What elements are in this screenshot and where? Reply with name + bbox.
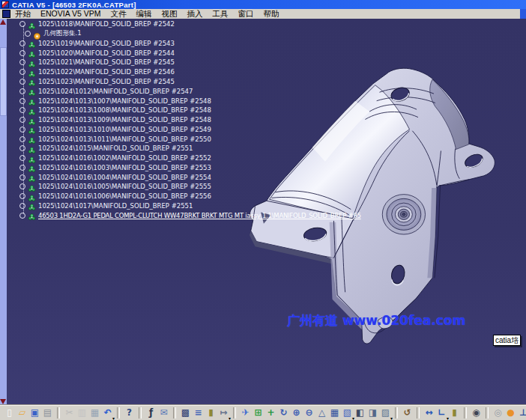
viewport-3d[interactable]: 1025\1018\MANIFOLD_SOLID_BREP #2542几何图形集… <box>0 19 526 405</box>
tree-item[interactable]: 1025\1024\1016\1005\MANIFOLD_SOLID_BREP … <box>7 182 361 192</box>
axis-system-icon[interactable]: ⊥ <box>518 407 526 419</box>
structure-tree-icon[interactable]: ≡ <box>193 407 204 419</box>
tree-item-label[interactable]: 1025\1024\1017\MANIFOLD_SOLID_BREP #2551 <box>38 202 193 210</box>
tree-item-label[interactable]: 1025\1019\MANIFOLD_SOLID_BREP #2543 <box>38 40 175 47</box>
print-icon[interactable]: ▤ <box>42 407 53 419</box>
tree-item[interactable]: 1025\1024\1013\1007\MANIFOLD_SOLID_BREP … <box>7 96 361 106</box>
tree-node-circle[interactable] <box>19 98 25 104</box>
tree-node-circle[interactable] <box>19 107 25 113</box>
tree-node-circle[interactable] <box>19 21 25 27</box>
menu-item-4[interactable]: 视图 <box>162 9 178 19</box>
shaded-edges-icon[interactable]: ◨ <box>367 407 378 419</box>
tree-node-circle[interactable] <box>25 31 31 37</box>
tree-item[interactable]: 1025\1024\1012\MANIFOLD_SOLID_BREP #2547 <box>7 86 361 96</box>
tree-item[interactable]: 几何图形集.1 <box>7 29 361 39</box>
apply-material-icon[interactable]: ↦▾ <box>218 407 229 419</box>
rotate-icon[interactable]: ↻ <box>278 407 289 419</box>
dropdown-arrow-icon[interactable]: ▾ <box>229 416 231 420</box>
tree-node-circle[interactable] <box>19 79 25 85</box>
undo-icon[interactable]: ↶▾ <box>102 407 113 419</box>
zoom-out-icon[interactable]: ⊖ <box>303 407 315 419</box>
tree-item[interactable]: 1025\1024\1016\1004\MANIFOLD_SOLID_BREP … <box>7 172 361 182</box>
tree-item-label[interactable]: 1025\1024\1016\1002\MANIFOLD_SOLID_BREP … <box>38 154 211 162</box>
tree-item-label[interactable]: 1025\1024\1016\1006\MANIFOLD_SOLID_BREP … <box>38 192 211 200</box>
tree-item-label[interactable]: 1025\1021\MANIFOLD_SOLID_BREP #2545 <box>38 58 175 66</box>
tree-item[interactable]: 1025\1020\MANIFOLD_SOLID_BREP #2544 <box>7 48 361 58</box>
measure-lock-icon[interactable]: ▮ <box>449 407 460 419</box>
compass-icon[interactable]: ◎ <box>492 407 504 419</box>
new-document-icon[interactable]: ▯ <box>4 407 15 419</box>
tree-item-label[interactable]: 几何图形集.1 <box>43 29 82 38</box>
tree-scrollbar[interactable] <box>0 19 7 405</box>
tree-node-circle[interactable] <box>19 155 25 161</box>
tree-item-label[interactable]: 1025\1024\1013\1009\MANIFOLD_SOLID_BREP … <box>38 116 211 124</box>
turntable-icon[interactable]: ↺ <box>402 407 413 419</box>
tree-node-circle[interactable] <box>19 59 25 65</box>
tree-item-label[interactable]: 1025\1023\MANIFOLD_SOLID_BREP #2545 <box>38 78 175 85</box>
tree-node-circle[interactable] <box>19 183 25 189</box>
menu-item-8[interactable]: 帮助 <box>264 9 279 19</box>
tree-node-circle[interactable] <box>19 127 25 133</box>
tree-node-circle[interactable] <box>19 136 25 142</box>
copy-icon[interactable]: ▥ <box>76 407 88 419</box>
scroll-down-arrow[interactable] <box>0 399 6 404</box>
tree-item[interactable]: 1025\1021\MANIFOLD_SOLID_BREP #2545 <box>7 58 361 67</box>
render-icon[interactable]: ◉ <box>471 407 482 419</box>
open-folder-icon[interactable]: ▱ <box>16 407 28 419</box>
tree-item[interactable]: 46503 1HD2A-G1 PEDAL COMPL-CLUTCH WW47BR… <box>7 210 361 220</box>
menu-item-0[interactable]: 开始 <box>15 9 31 19</box>
tree-node-circle[interactable] <box>19 117 25 123</box>
tree-item-label[interactable]: 46503 1HD2A-G1 PEDAL COMPL-CLUTCH WW47BR… <box>38 212 361 219</box>
tree-node-circle[interactable] <box>19 40 25 46</box>
tree-item[interactable]: 1025\1024\1013\1010\MANIFOLD_SOLID_BREP … <box>7 124 361 134</box>
view-mode-icon[interactable]: ▨▾ <box>380 407 391 419</box>
tree-node-circle[interactable] <box>19 174 25 180</box>
tree-node-circle[interactable] <box>19 203 25 209</box>
tree-item-label[interactable]: 1025\1024\1016\1005\MANIFOLD_SOLID_BREP … <box>38 183 211 190</box>
tree-item-label[interactable]: 1025\1024\1013\1011\MANIFOLD_SOLID_BREP … <box>38 136 211 143</box>
menu-item-1[interactable]: ENOVIA V5 VPM <box>40 9 101 19</box>
iso-view-icon[interactable]: ▧▾ <box>342 407 353 419</box>
tree-item[interactable]: 1025\1019\MANIFOLD_SOLID_BREP #2543 <box>7 39 361 49</box>
shaded-view-icon[interactable]: ◧ <box>354 407 366 419</box>
tree-item[interactable]: 1025\1024\1016\1003\MANIFOLD_SOLID_BREP … <box>7 162 361 172</box>
tree-item[interactable]: 1025\1024\1017\MANIFOLD_SOLID_BREP #2551 <box>7 201 361 211</box>
tree-item-label[interactable]: 1025\1024\1015\MANIFOLD_SOLID_BREP #2551 <box>38 144 193 152</box>
tree-item-label[interactable]: 1025\1024\1016\1004\MANIFOLD_SOLID_BREP … <box>38 174 211 181</box>
tree-node-circle[interactable] <box>19 193 25 199</box>
tree-item[interactable]: 1025\1022\MANIFOLD_SOLID_BREP #2546 <box>7 67 361 77</box>
menu-item-3[interactable]: 编辑 <box>136 9 152 19</box>
tree-item[interactable]: 1025\1024\1013\1009\MANIFOLD_SOLID_BREP … <box>7 115 361 125</box>
tree-item-label[interactable]: 1025\1022\MANIFOLD_SOLID_BREP #2546 <box>38 68 175 76</box>
tree-item[interactable]: 1025\1023\MANIFOLD_SOLID_BREP #2545 <box>7 77 361 87</box>
tree-node-circle[interactable] <box>19 69 25 75</box>
grid-icon[interactable]: ▩ <box>180 407 191 419</box>
paste-icon[interactable]: ▦ <box>89 407 100 419</box>
zoom-in-icon[interactable]: ⊕ <box>291 407 302 419</box>
tree-item[interactable]: 1025\1024\1016\1002\MANIFOLD_SOLID_BREP … <box>7 153 361 163</box>
fit-all-icon[interactable]: ⊞ <box>253 407 264 419</box>
tree-node-circle[interactable] <box>19 165 25 171</box>
measure-between-icon[interactable]: ↔ <box>423 407 435 419</box>
tree-node-circle[interactable] <box>19 50 25 56</box>
pan-icon[interactable]: + <box>265 407 276 419</box>
scroll-thumb[interactable] <box>0 47 7 116</box>
tree-node-circle[interactable] <box>19 213 25 219</box>
tree-item[interactable]: 1025\1024\1015\MANIFOLD_SOLID_BREP #2551 <box>7 144 361 153</box>
normal-view-icon[interactable]: △ <box>316 407 327 419</box>
tree-item-label[interactable]: 1025\1024\1013\1008\MANIFOLD_SOLID_BREP … <box>38 106 211 114</box>
dropdown-arrow-icon[interactable]: ▾ <box>112 416 115 420</box>
scroll-up-arrow[interactable] <box>0 19 6 25</box>
tree-item[interactable]: 1025\1024\1013\1011\MANIFOLD_SOLID_BREP … <box>7 134 361 144</box>
title-bar[interactable]: CATIA V5 - [46503 2FK0A.CATPart] <box>0 0 526 9</box>
annotation-icon[interactable]: ✉ <box>158 407 169 419</box>
tree-node-circle[interactable] <box>19 145 25 151</box>
menu-item-5[interactable]: 插入 <box>187 9 203 19</box>
tree-item[interactable]: 1025\1024\1016\1006\MANIFOLD_SOLID_BREP … <box>7 192 361 201</box>
multi-view-icon[interactable]: ▦ <box>329 407 340 419</box>
menu-item-7[interactable]: 窗口 <box>238 9 254 19</box>
dropdown-arrow-icon[interactable]: ▾ <box>390 416 393 420</box>
tree-item-label[interactable]: 1025\1018\MANIFOLD_SOLID_BREP #2542 <box>38 20 175 28</box>
save-icon[interactable]: ▣ <box>29 407 40 419</box>
cut-icon[interactable]: ✂ <box>64 407 75 419</box>
